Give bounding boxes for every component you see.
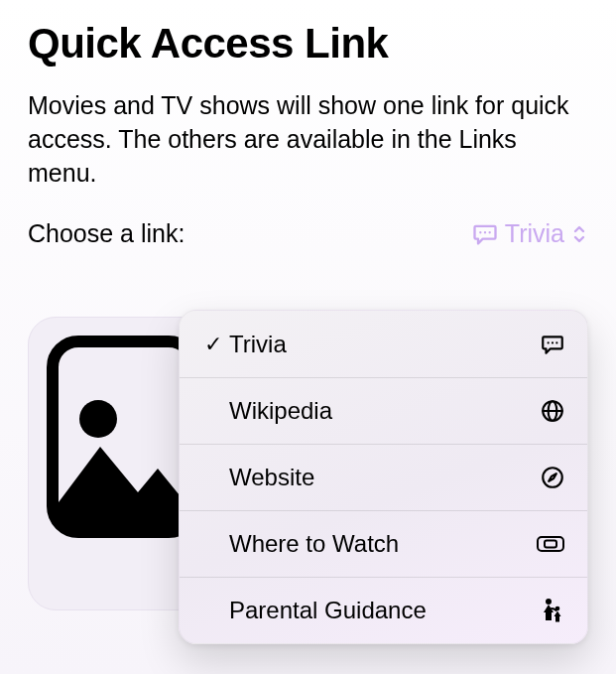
svg-point-2: [488, 231, 490, 233]
dropdown-item-website[interactable]: Website: [180, 444, 587, 510]
svg-point-1: [484, 231, 486, 233]
dropdown-item-parental-guidance[interactable]: Parental Guidance: [180, 577, 587, 643]
dropdown-item-label: Trivia: [229, 331, 534, 358]
link-select[interactable]: Trivia: [471, 219, 588, 248]
dropdown-item-where-to-watch[interactable]: Where to Watch: [180, 510, 587, 577]
link-dropdown: ✓ Trivia Wikipedia Website: [179, 310, 588, 644]
svg-point-5: [548, 341, 550, 343]
svg-point-11: [543, 468, 562, 487]
svg-rect-14: [545, 541, 556, 548]
family-icon: [534, 597, 565, 624]
ticket-icon: [534, 531, 565, 557]
page-description: Movies and TV shows will show one link f…: [28, 89, 583, 190]
dropdown-item-trivia[interactable]: ✓ Trivia: [180, 311, 587, 377]
choose-link-label: Choose a link:: [28, 219, 185, 248]
dropdown-item-label: Website: [229, 464, 534, 491]
compass-icon: [534, 465, 565, 490]
dropdown-item-label: Wikipedia: [229, 397, 534, 425]
dropdown-item-wikipedia[interactable]: Wikipedia: [180, 377, 587, 444]
dropdown-item-label: Parental Guidance: [229, 597, 534, 624]
svg-point-7: [555, 341, 557, 343]
check-icon: ✓: [197, 332, 229, 357]
dropdown-item-label: Where to Watch: [229, 530, 534, 558]
choose-link-row: Choose a link: Trivia: [28, 219, 588, 248]
chevron-up-down-icon: [570, 222, 588, 246]
page-title: Quick Access Link: [28, 20, 588, 67]
globe-icon: [534, 398, 565, 424]
chat-bubble-icon: [471, 220, 499, 248]
svg-rect-13: [538, 537, 563, 551]
chat-bubble-icon: [534, 332, 565, 357]
link-select-value: Trivia: [505, 219, 564, 248]
svg-point-0: [479, 231, 481, 233]
svg-point-15: [546, 599, 552, 605]
image-placeholder-icon: [47, 336, 200, 538]
svg-marker-12: [549, 473, 556, 481]
svg-point-6: [552, 341, 554, 343]
svg-point-4: [79, 400, 117, 438]
